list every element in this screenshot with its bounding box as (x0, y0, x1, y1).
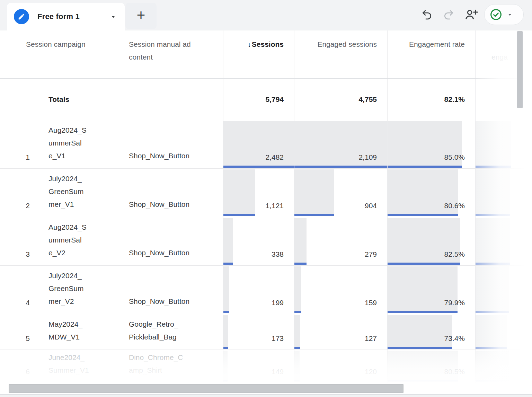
caret-down-icon (506, 11, 513, 18)
undo-button[interactable] (420, 8, 434, 21)
engagement-rate-cell: 79.9% (387, 266, 475, 314)
sessions-bar (223, 351, 228, 382)
header-session-manual-ad-content[interactable]: Session manual ad content (129, 30, 223, 78)
sort-descending-icon: ↓ (248, 41, 251, 48)
engagement-rate-cell: 80.5% (387, 350, 475, 383)
header-sessions-sorted[interactable]: ↓Sessions (223, 30, 294, 78)
header-session-campaign[interactable]: Session campaign (0, 30, 129, 78)
ad-content-value: Shop_Now_Button (129, 217, 223, 265)
engaged-sessions-cell: 120 (294, 350, 387, 383)
plus-icon: + (137, 8, 145, 23)
table-right-edge (524, 30, 524, 383)
tab-free-form-1[interactable]: Free form 1 (7, 3, 125, 30)
engagement-rate-cell: 85.0% (387, 120, 475, 168)
sessions-cell: 1,121 (223, 169, 294, 217)
ad-content-value: Shop_Now_Button (129, 120, 223, 168)
engaged-sessions-cell: 904 (294, 169, 387, 217)
sessions-cell: 2,482 (223, 120, 294, 168)
totals-engaged-sessions: 4,755 (294, 79, 387, 120)
redo-button[interactable] (442, 8, 456, 21)
row-index: 3 (0, 217, 39, 265)
row-index: 2 (0, 169, 39, 217)
table-row[interactable]: 4 July2024_ GreenSum mer_V2 Shop_Now_But… (0, 266, 524, 314)
partial-bar (476, 121, 511, 168)
ga4-exploration-view: Free form 1 + (0, 0, 532, 397)
engaged-bar (294, 351, 300, 382)
totals-sessions: 5,794 (223, 79, 294, 120)
status-menu-button[interactable] (484, 4, 524, 25)
pencil-icon (14, 9, 29, 24)
add-tab-button[interactable]: + (125, 3, 157, 29)
sessions-cell: 199 (223, 266, 294, 314)
engagement-rate-cell: 73.4% (387, 314, 475, 350)
engagement-rate-cell: 80.6% (387, 169, 475, 217)
row-index: 6 (0, 350, 39, 383)
sessions-bar (223, 169, 255, 216)
row-index: 4 (0, 266, 39, 314)
engaged-bar (294, 169, 334, 216)
sessions-cell: 338 (223, 217, 294, 265)
sessions-bar (223, 218, 233, 265)
session-campaign-value: Aug2024_S ummerSal e_V2 (39, 217, 129, 265)
table-row[interactable]: 1 Aug2024_S ummerSal e_V1 Shop_Now_Butto… (0, 120, 524, 169)
horizontal-scrollbar-track[interactable] (0, 383, 532, 394)
session-campaign-value: Aug2024_S ummerSal e_V1 (39, 120, 129, 168)
table-row[interactable]: 3 Aug2024_S ummerSal e_V2 Shop_Now_Butto… (0, 217, 524, 266)
totals-engagement-rate: 82.1% (387, 79, 475, 120)
sessions-cell: 173 (223, 314, 294, 350)
engaged-sessions-cell: 279 (294, 217, 387, 265)
freeform-table: Session campaign Session manual ad conte… (0, 30, 532, 395)
engaged-bar (294, 315, 300, 349)
table-header-row: Session campaign Session manual ad conte… (0, 30, 524, 79)
sessions-bar (223, 266, 229, 313)
session-campaign-value: May2024_ MDW_V1 (39, 314, 129, 350)
row-index: 5 (0, 314, 39, 350)
person-add-icon[interactable] (463, 7, 479, 22)
engagement-rate-cell: 82.5% (387, 217, 475, 265)
rate-bar (388, 351, 458, 382)
table-row[interactable]: 5 May2024_ MDW_V1 Google_Retro_ Pickleba… (0, 314, 524, 350)
ad-content-value: Shop_Now_Button (129, 266, 223, 314)
horizontal-scrollbar-thumb[interactable] (9, 384, 404, 393)
engaged-sessions-cell: 159 (294, 266, 387, 314)
row-index: 1 (0, 120, 39, 168)
table-row[interactable]: 6 June2024_ Summer_V1 Dino_Chrome_C amp_… (0, 350, 524, 383)
header-engaged-sessions[interactable]: Engaged sessions (294, 30, 387, 78)
totals-label: Totals (39, 79, 129, 120)
partial-bar (476, 218, 510, 265)
session-campaign-value: July2024_ GreenSum mer_V2 (39, 266, 129, 314)
totals-row: Totals 5,794 4,755 82.1% (0, 79, 524, 120)
ad-content-value: Dino_Chrome_C amp_Shirt (129, 350, 223, 383)
table-row[interactable]: 2 July2024_ GreenSum mer_V1 Shop_Now_But… (0, 169, 524, 217)
check-circle-icon (489, 8, 503, 21)
engaged-bar (294, 266, 301, 313)
partial-bar (476, 169, 510, 216)
engaged-sessions-cell: 2,109 (294, 120, 387, 168)
partial-bar (476, 351, 509, 382)
tab-title: Free form 1 (37, 12, 80, 21)
partial-bar (476, 315, 507, 349)
header-engagement-rate[interactable]: Engagement rate (387, 30, 475, 78)
ad-content-value: Shop_Now_Button (129, 169, 223, 217)
chevron-down-icon[interactable] (109, 13, 117, 20)
tab-strip: Free form 1 + (0, 0, 532, 30)
rate-bar (388, 315, 452, 349)
session-campaign-value: July2024_ GreenSum mer_V1 (39, 169, 129, 217)
sessions-cell: 149 (223, 350, 294, 383)
vertical-scrollbar[interactable] (517, 31, 523, 108)
engaged-bar (294, 218, 307, 265)
engaged-sessions-cell: 127 (294, 314, 387, 350)
sessions-bar (223, 315, 228, 349)
session-campaign-value: June2024_ Summer_V1 (39, 350, 129, 383)
ad-content-value: Google_Retro_ Pickleball_Bag (129, 314, 223, 350)
partial-bar (476, 266, 509, 313)
